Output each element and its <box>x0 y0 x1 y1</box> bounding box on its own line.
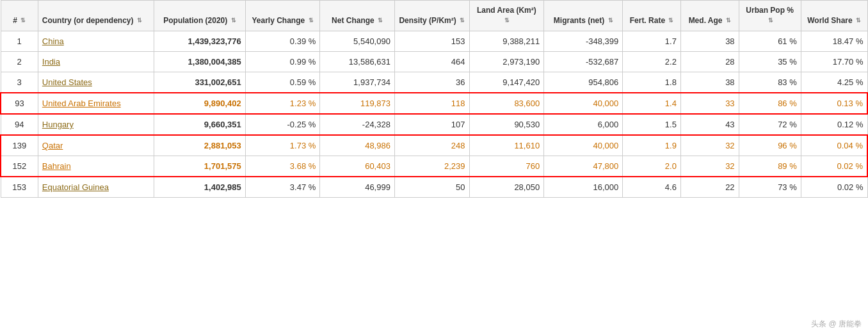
sort-fert-icon[interactable]: ⇅ <box>668 17 673 25</box>
fert-rate-cell: 2.2 <box>623 52 681 72</box>
land-area-cell: 760 <box>469 156 544 177</box>
sort-country-icon[interactable]: ⇅ <box>137 17 142 25</box>
land-area-cell: 9,147,420 <box>469 72 544 93</box>
table-header-row: # ⇅ Country (or dependency) ⇅ Population… <box>1 1 867 31</box>
migrants-cell: 47,800 <box>544 156 623 177</box>
header-rank[interactable]: # ⇅ <box>1 1 38 31</box>
header-urban-pop[interactable]: Urban Pop % ⇅ <box>739 1 801 31</box>
density-cell: 248 <box>394 135 469 156</box>
urban-pop-cell: 89 % <box>739 156 801 177</box>
country-cell[interactable]: Hungary <box>38 114 154 135</box>
population-cell: 9,660,351 <box>154 114 246 135</box>
header-country[interactable]: Country (or dependency) ⇅ <box>38 1 154 31</box>
net-change-cell: 119,873 <box>320 93 395 114</box>
sort-urban-icon[interactable]: ⇅ <box>768 17 773 25</box>
table-row: 1China1,439,323,7760.39 %5,540,0901539,3… <box>1 31 867 52</box>
table-row: 152Bahrain1,701,5753.68 %60,4032,2397604… <box>1 156 867 177</box>
rank-cell: 153 <box>1 177 38 198</box>
land-area-cell: 9,388,211 <box>469 31 544 52</box>
yearly-change-cell: 3.47 % <box>245 177 320 198</box>
med-age-cell: 32 <box>680 135 739 156</box>
med-age-cell: 43 <box>680 114 739 135</box>
country-link[interactable]: Hungary <box>42 120 74 129</box>
country-link[interactable]: United States <box>42 77 92 87</box>
yearly-change-cell: 0.99 % <box>245 52 320 72</box>
header-migrants[interactable]: Migrants (net) ⇅ <box>544 1 623 31</box>
header-world-share[interactable]: World Share ⇅ <box>801 1 867 31</box>
sort-net-icon[interactable]: ⇅ <box>378 17 383 25</box>
fert-rate-cell: 2.0 <box>623 156 681 177</box>
land-area-cell: 11,610 <box>469 135 544 156</box>
sort-world-icon[interactable]: ⇅ <box>856 17 861 25</box>
population-cell: 1,439,323,776 <box>154 31 246 52</box>
sort-density-icon[interactable]: ⇅ <box>460 17 465 25</box>
urban-pop-cell: 96 % <box>739 135 801 156</box>
net-change-cell: 1,937,734 <box>320 72 395 93</box>
sort-migrants-icon[interactable]: ⇅ <box>608 17 613 25</box>
country-cell[interactable]: Qatar <box>38 135 154 156</box>
urban-pop-cell: 86 % <box>739 93 801 114</box>
world-share-cell: 0.13 % <box>801 93 867 114</box>
population-table: # ⇅ Country (or dependency) ⇅ Population… <box>0 0 868 198</box>
density-cell: 464 <box>394 52 469 72</box>
rank-cell: 3 <box>1 72 38 93</box>
country-link[interactable]: India <box>42 57 60 67</box>
world-share-cell: 17.70 % <box>801 52 867 72</box>
country-cell[interactable]: China <box>38 31 154 52</box>
world-share-cell: 0.12 % <box>801 114 867 135</box>
net-change-cell: 13,586,631 <box>320 52 395 72</box>
country-link[interactable]: Qatar <box>42 141 63 150</box>
density-cell: 2,239 <box>394 156 469 177</box>
country-cell[interactable]: Equatorial Guinea <box>38 177 154 198</box>
migrants-cell: 6,000 <box>544 114 623 135</box>
population-cell: 9,890,402 <box>154 93 246 114</box>
sort-rank-icon[interactable]: ⇅ <box>20 17 26 25</box>
population-cell: 2,881,053 <box>154 135 246 156</box>
header-yearly-change[interactable]: Yearly Change ⇅ <box>245 1 320 31</box>
population-table-container: # ⇅ Country (or dependency) ⇅ Population… <box>0 0 868 198</box>
header-med-age[interactable]: Med. Age ⇅ <box>680 1 739 31</box>
header-fert-rate[interactable]: Fert. Rate ⇅ <box>623 1 681 31</box>
population-cell: 1,380,004,385 <box>154 52 246 72</box>
country-link[interactable]: Equatorial Guinea <box>42 182 109 192</box>
density-cell: 107 <box>394 114 469 135</box>
country-link[interactable]: United Arab Emirates <box>42 99 121 108</box>
population-cell: 1,701,575 <box>154 156 246 177</box>
sort-population-icon[interactable]: ⇅ <box>231 17 236 25</box>
yearly-change-cell: 1.73 % <box>245 135 320 156</box>
fert-rate-cell: 1.4 <box>623 93 681 114</box>
country-cell[interactable]: United States <box>38 72 154 93</box>
header-land-area[interactable]: Land Area (Km²) ⇅ <box>469 1 544 31</box>
sort-med-icon[interactable]: ⇅ <box>726 17 731 25</box>
land-area-cell: 83,600 <box>469 93 544 114</box>
header-population[interactable]: Population (2020) ⇅ <box>154 1 246 31</box>
rank-cell: 139 <box>1 135 38 156</box>
sort-land-icon[interactable]: ⇅ <box>504 17 510 25</box>
header-net-change[interactable]: Net Change ⇅ <box>320 1 395 31</box>
med-age-cell: 38 <box>680 31 739 52</box>
med-age-cell: 32 <box>680 156 739 177</box>
migrants-cell: -532,687 <box>544 52 623 72</box>
fert-rate-cell: 1.7 <box>623 31 681 52</box>
country-cell[interactable]: India <box>38 52 154 72</box>
table-row: 2India1,380,004,3850.99 %13,586,6314642,… <box>1 52 867 72</box>
country-cell[interactable]: United Arab Emirates <box>38 93 154 114</box>
yearly-change-cell: -0.25 % <box>245 114 320 135</box>
migrants-cell: 40,000 <box>544 93 623 114</box>
fert-rate-cell: 1.8 <box>623 72 681 93</box>
country-cell[interactable]: Bahrain <box>38 156 154 177</box>
table-row: 94Hungary9,660,351-0.25 %-24,32810790,53… <box>1 114 867 135</box>
migrants-cell: -348,399 <box>544 31 623 52</box>
world-share-cell: 0.02 % <box>801 156 867 177</box>
land-area-cell: 28,050 <box>469 177 544 198</box>
population-cell: 1,402,985 <box>154 177 246 198</box>
net-change-cell: -24,328 <box>320 114 395 135</box>
population-cell: 331,002,651 <box>154 72 246 93</box>
table-row: 153Equatorial Guinea1,402,9853.47 %46,99… <box>1 177 867 198</box>
country-link[interactable]: Bahrain <box>42 161 71 171</box>
country-link[interactable]: China <box>42 36 64 46</box>
rank-cell: 2 <box>1 52 38 72</box>
fert-rate-cell: 1.9 <box>623 135 681 156</box>
header-density[interactable]: Density (P/Km²) ⇅ <box>394 1 469 31</box>
sort-yearly-icon[interactable]: ⇅ <box>309 17 314 25</box>
